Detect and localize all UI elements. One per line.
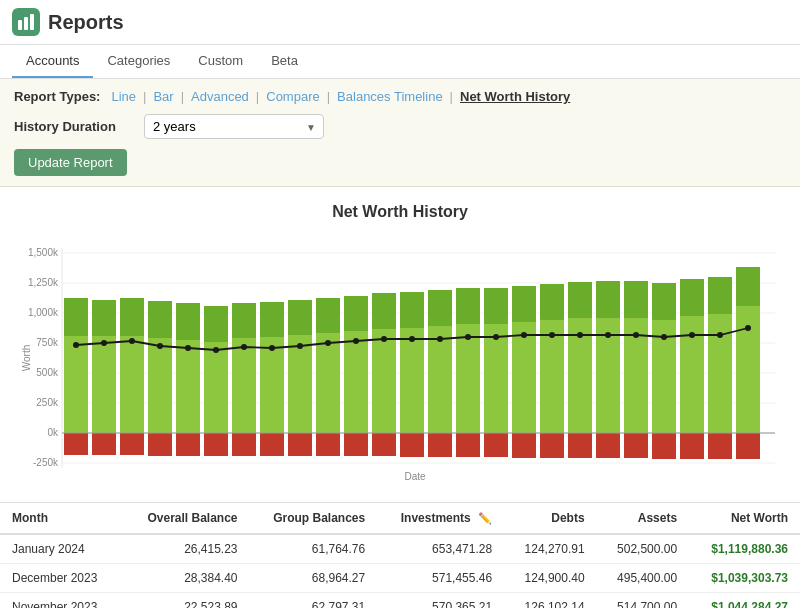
- svg-rect-40: [232, 433, 256, 456]
- svg-rect-28: [120, 433, 144, 455]
- cell-debts: 126,102.14: [504, 593, 596, 609]
- table-row: December 2023 28,384.40 68,964.27 571,45…: [0, 564, 800, 593]
- svg-point-97: [129, 338, 135, 344]
- svg-rect-53: [372, 329, 396, 433]
- svg-rect-56: [400, 328, 424, 433]
- svg-rect-36: [204, 306, 228, 342]
- svg-rect-35: [204, 342, 228, 433]
- chart-svg: 1,500k 1,250k 1,000k 750k 500k 250k 0k -…: [20, 233, 780, 483]
- svg-rect-93: [736, 267, 760, 306]
- svg-rect-0: [18, 20, 22, 30]
- edit-investments-icon[interactable]: ✏️: [478, 512, 492, 524]
- svg-rect-49: [316, 433, 340, 456]
- svg-point-118: [717, 332, 723, 338]
- tab-beta[interactable]: Beta: [257, 45, 312, 78]
- cell-month: January 2024: [0, 534, 124, 564]
- svg-rect-65: [484, 324, 508, 433]
- svg-rect-27: [120, 298, 144, 336]
- svg-rect-52: [344, 433, 368, 456]
- controls-panel: Report Types: Line | Bar | Advanced | Co…: [0, 79, 800, 187]
- svg-rect-68: [512, 322, 536, 433]
- cell-net-worth: $1,039,303.73: [689, 564, 800, 593]
- update-report-button[interactable]: Update Report: [14, 149, 127, 176]
- col-assets: Assets: [597, 503, 689, 534]
- data-table: Month Overall Balance Group Balances Inv…: [0, 503, 800, 608]
- report-types-row: Report Types: Line | Bar | Advanced | Co…: [14, 89, 786, 104]
- svg-rect-22: [64, 433, 88, 455]
- report-type-advanced[interactable]: Advanced: [188, 89, 252, 104]
- app-icon: [12, 8, 40, 36]
- svg-rect-84: [652, 283, 676, 320]
- svg-rect-70: [512, 433, 536, 458]
- svg-rect-37: [204, 433, 228, 456]
- svg-rect-67: [484, 433, 508, 457]
- svg-text:500k: 500k: [36, 367, 59, 378]
- svg-rect-30: [148, 301, 172, 338]
- svg-rect-24: [92, 300, 116, 336]
- cell-investments: 571,455.46: [377, 564, 504, 593]
- svg-point-105: [353, 338, 359, 344]
- svg-text:0k: 0k: [47, 427, 59, 438]
- svg-point-115: [633, 332, 639, 338]
- sep-2: |: [181, 89, 184, 104]
- cell-net-worth: $1,119,880.36: [689, 534, 800, 564]
- svg-point-108: [437, 336, 443, 342]
- svg-rect-82: [624, 433, 648, 458]
- svg-point-107: [409, 336, 415, 342]
- svg-text:-250k: -250k: [33, 457, 59, 468]
- col-debts: Debts: [504, 503, 596, 534]
- history-duration-label: History Duration: [14, 119, 134, 134]
- select-wrapper: 1 year 2 years 3 years 5 years All: [144, 114, 324, 139]
- svg-rect-42: [260, 302, 284, 337]
- svg-point-102: [269, 345, 275, 351]
- svg-rect-64: [456, 433, 480, 457]
- svg-point-98: [157, 343, 163, 349]
- tab-custom[interactable]: Custom: [184, 45, 257, 78]
- cell-group: 61,764.76: [250, 534, 378, 564]
- svg-point-116: [661, 334, 667, 340]
- cell-assets: 495,400.00: [597, 564, 689, 593]
- svg-text:1,250k: 1,250k: [28, 277, 59, 288]
- svg-text:1,500k: 1,500k: [28, 247, 59, 258]
- report-type-balances-timeline[interactable]: Balances Timeline: [334, 89, 446, 104]
- chart-section: Net Worth History 1,500k 1,250k 1,000k 7…: [0, 187, 800, 503]
- report-type-line[interactable]: Line: [108, 89, 139, 104]
- svg-text:250k: 250k: [36, 397, 59, 408]
- tab-accounts[interactable]: Accounts: [12, 45, 93, 78]
- svg-rect-47: [316, 333, 340, 433]
- cell-investments: 653,471.28: [377, 534, 504, 564]
- svg-rect-89: [708, 314, 732, 433]
- history-duration-select[interactable]: 1 year 2 years 3 years 5 years All: [144, 114, 324, 139]
- svg-rect-58: [400, 433, 424, 457]
- svg-rect-33: [176, 303, 200, 340]
- svg-rect-69: [512, 286, 536, 322]
- svg-rect-48: [316, 298, 340, 333]
- sep-5: |: [450, 89, 453, 104]
- table-row: January 2024 26,415.23 61,764.76 653,471…: [0, 534, 800, 564]
- svg-rect-79: [596, 433, 620, 458]
- tab-categories[interactable]: Categories: [93, 45, 184, 78]
- svg-rect-73: [540, 433, 564, 458]
- svg-rect-38: [232, 338, 256, 433]
- sep-3: |: [256, 89, 259, 104]
- svg-rect-66: [484, 288, 508, 324]
- svg-rect-23: [92, 336, 116, 433]
- svg-point-95: [73, 342, 79, 348]
- svg-rect-39: [232, 303, 256, 338]
- svg-rect-51: [344, 296, 368, 331]
- svg-point-106: [381, 336, 387, 342]
- app-header: Reports: [0, 0, 800, 45]
- svg-point-113: [577, 332, 583, 338]
- chart-container: 1,500k 1,250k 1,000k 750k 500k 250k 0k -…: [20, 233, 780, 486]
- svg-rect-63: [456, 288, 480, 324]
- svg-point-119: [745, 325, 751, 331]
- svg-text:1,000k: 1,000k: [28, 307, 59, 318]
- svg-rect-26: [120, 336, 144, 433]
- report-type-bar[interactable]: Bar: [150, 89, 176, 104]
- table-row: November 2023 22,523.89 62,797.31 570,36…: [0, 593, 800, 609]
- svg-point-104: [325, 340, 331, 346]
- report-type-net-worth-history[interactable]: Net Worth History: [457, 89, 573, 104]
- svg-rect-43: [260, 433, 284, 456]
- report-type-compare[interactable]: Compare: [263, 89, 322, 104]
- svg-point-96: [101, 340, 107, 346]
